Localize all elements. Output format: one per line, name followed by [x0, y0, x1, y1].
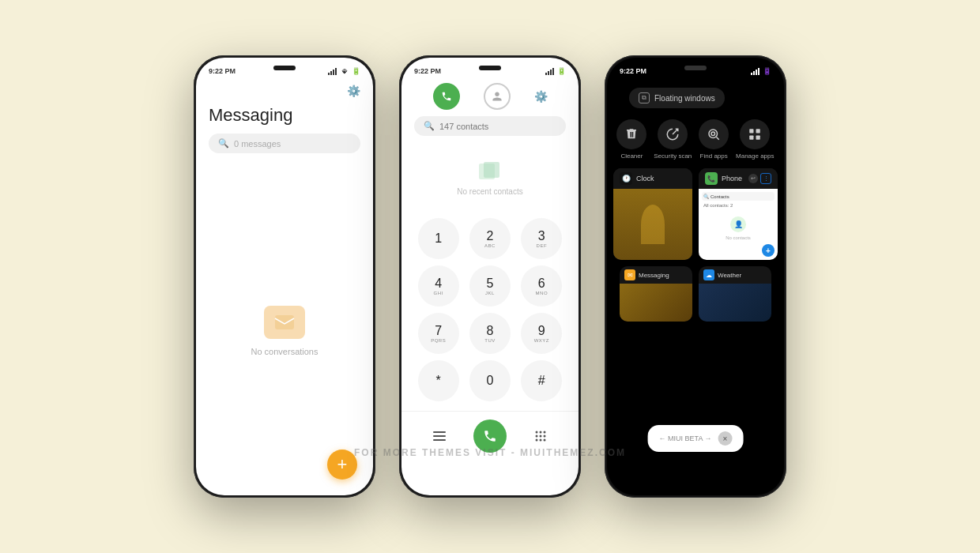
svg-rect-13	[433, 439, 446, 441]
svg-rect-8	[552, 68, 554, 75]
app-card-weather[interactable]: ☁ Weather	[699, 266, 771, 322]
float-close-btn[interactable]: ×	[718, 431, 732, 446]
svg-point-16	[543, 431, 545, 434]
security-scan-label: Security scan	[654, 152, 692, 160]
dial-1[interactable]: 1	[418, 218, 459, 259]
svg-rect-0	[328, 73, 330, 75]
manage-apps-icon	[740, 119, 770, 149]
phone-2: 9:22 PM 🔋 ⚙️ 🔍 147 contacts	[399, 55, 581, 498]
menu-icon[interactable]	[428, 425, 450, 447]
svg-rect-23	[751, 73, 752, 75]
bottom-app-row: ✉ Messaging ☁ Weather	[613, 266, 778, 326]
floating-windows-btn[interactable]: ⧉ Floating windows	[629, 88, 725, 108]
dial-2[interactable]: 2ABC	[469, 218, 511, 259]
dial-7[interactable]: 7PQRS	[418, 313, 459, 354]
contacts-count: 147 contacts	[439, 122, 488, 131]
status-time-1: 9:22 PM	[209, 67, 236, 75]
status-time-3: 9:22 PM	[620, 67, 646, 75]
battery-icon-3: 🔋	[763, 67, 771, 75]
svg-point-14	[535, 431, 537, 434]
battery-icon: 🔋	[352, 67, 360, 75]
qa-cleaner[interactable]: Cleaner	[616, 119, 646, 160]
dial-0[interactable]: 0	[469, 360, 511, 401]
app-card-phone[interactable]: 📞 Phone ↩ ⋮ 🔍Contacts All contacts: 2	[699, 168, 778, 260]
dial-5[interactable]: 5JKL	[469, 265, 511, 307]
find-apps-label: Find apps	[700, 152, 728, 160]
floating-windows-label: Floating windows	[654, 94, 715, 103]
dialer-row-3: 7PQRS 8TUV 9WXYZ	[413, 313, 567, 354]
svg-rect-30	[756, 129, 760, 133]
messaging-app-icon: ✉	[624, 269, 635, 280]
app-card-messaging[interactable]: ✉ Messaging	[620, 266, 692, 322]
phone-app-icon: 📞	[705, 172, 718, 185]
float-dialog: ← MIUI BETA → ×	[648, 425, 744, 452]
cleaner-label: Cleaner	[620, 152, 643, 160]
dialer-row-1: 1 2ABC 3DEF	[413, 218, 567, 259]
svg-point-18	[539, 435, 541, 438]
empty-message-icon	[264, 306, 305, 339]
recent-row-1: 🕐 Clock 📞 Phone	[613, 168, 778, 260]
phone-1-screen: 9:22 PM 🔋 ⚙️ Messaging 🔍 0 messages	[196, 58, 373, 495]
clock-screenshot	[613, 189, 692, 260]
dial-9[interactable]: 9WXYZ	[521, 313, 562, 354]
dialer-settings-icon[interactable]: ⚙️	[534, 90, 548, 103]
svg-rect-31	[750, 136, 754, 140]
signal-icon-3	[751, 68, 760, 75]
dial-3[interactable]: 3DEF	[521, 218, 562, 259]
weather-app-icon: ☁	[703, 269, 714, 280]
svg-rect-7	[550, 70, 552, 75]
signal-icon	[328, 68, 337, 75]
qa-security-scan[interactable]: Security scan	[654, 119, 692, 160]
app-card-clock[interactable]: 🕐 Clock	[613, 168, 692, 260]
cleaner-icon	[616, 119, 646, 149]
qa-manage-apps[interactable]: Manage apps	[736, 119, 774, 160]
dialer-row-2: 4GHI 5JKL 6MNO	[413, 265, 567, 307]
svg-point-28	[711, 132, 715, 136]
notch-2	[479, 66, 501, 70]
svg-point-27	[709, 130, 718, 138]
floating-windows-area: ⧉ Floating windows	[607, 78, 784, 116]
svg-point-22	[543, 439, 545, 442]
phone-1: 9:22 PM 🔋 ⚙️ Messaging 🔍 0 messages	[194, 55, 375, 498]
app-card-phone-header: 📞 Phone ↩ ⋮	[699, 168, 778, 189]
dial-6[interactable]: 6MNO	[521, 265, 562, 307]
settings-icon[interactable]: ⚙️	[347, 85, 360, 97]
dial-hash[interactable]: #	[521, 360, 562, 401]
qa-find-apps[interactable]: Find apps	[699, 119, 729, 160]
svg-point-19	[543, 435, 545, 438]
phone1-header: ⚙️	[196, 78, 373, 102]
keypad-icon[interactable]	[530, 425, 552, 447]
no-recent-icon	[477, 160, 503, 182]
svg-rect-6	[548, 71, 549, 75]
phone-history-icon: ↩	[748, 174, 758, 183]
compose-fab[interactable]: +	[327, 450, 357, 480]
phone2-tab-bar: ⚙️	[401, 78, 579, 113]
phone-2-screen: 9:22 PM 🔋 ⚙️ 🔍 147 contacts	[401, 58, 579, 495]
svg-rect-10	[484, 162, 499, 178]
message-search[interactable]: 🔍 0 messages	[209, 134, 360, 153]
dial-8[interactable]: 8TUV	[469, 313, 511, 354]
status-icons-3: 🔋	[751, 67, 771, 75]
svg-rect-32	[756, 136, 760, 140]
svg-point-21	[539, 439, 541, 442]
add-contact-btn[interactable]: +	[762, 244, 775, 257]
status-time-2: 9:22 PM	[414, 67, 441, 75]
svg-rect-11	[433, 431, 446, 433]
svg-rect-4	[275, 315, 294, 329]
no-recent-label: No recent contacts	[457, 187, 522, 196]
dial-star[interactable]: *	[418, 360, 459, 401]
contacts-tab[interactable]	[484, 83, 511, 110]
dial-4[interactable]: 4GHI	[418, 265, 459, 307]
contacts-search[interactable]: 🔍 147 contacts	[414, 116, 566, 136]
search-icon-2: 🔍	[424, 121, 435, 131]
svg-rect-26	[758, 68, 760, 75]
phone-more-icon: ⋮	[760, 173, 771, 184]
empty-state: No conversations	[196, 166, 373, 495]
plus-icon: +	[337, 454, 348, 475]
phone-app-name: Phone	[722, 175, 742, 182]
watermark: FOR MORE THEMES VISIT - MIUITHEMEZ.COM	[354, 447, 626, 458]
recents-tab[interactable]	[433, 83, 460, 110]
svg-rect-3	[335, 68, 337, 75]
app-card-clock-header: 🕐 Clock	[613, 168, 692, 189]
weather-card-header: ☁ Weather	[699, 266, 771, 284]
